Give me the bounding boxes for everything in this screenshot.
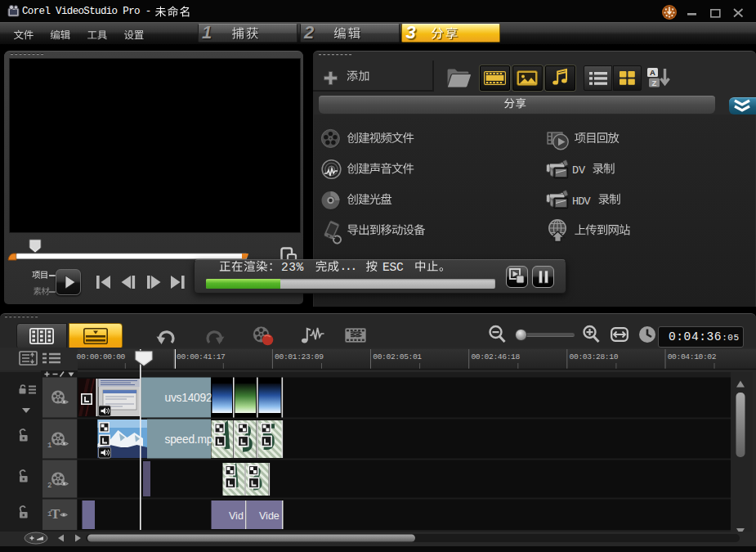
svg-text:Vide: Vide	[259, 510, 280, 522]
svg-text:00:00:00:00: 00:00:00:00	[77, 352, 126, 361]
svg-text:Z: Z	[652, 79, 657, 88]
svg-text:00:03:28:10: 00:03:28:10	[570, 352, 619, 361]
svg-text:00:04:10:02: 00:04:10:02	[668, 352, 717, 361]
svg-text:00:02:46:18: 00:02:46:18	[471, 352, 520, 361]
svg-text:00:02:05:01: 00:02:05:01	[373, 352, 422, 361]
svg-text:00:01:23:09: 00:01:23:09	[275, 352, 324, 361]
svg-text:Vid: Vid	[229, 510, 244, 522]
svg-text:00:00:41:17: 00:00:41:17	[177, 352, 225, 361]
svg-text:T: T	[51, 506, 60, 522]
svg-text:speed.mp: speed.mp	[165, 433, 213, 446]
svg-text:1: 1	[47, 442, 51, 450]
svg-text:uvs14092: uvs14092	[165, 392, 212, 404]
svg-text:2: 2	[47, 482, 51, 490]
svg-text:A: A	[650, 68, 655, 77]
